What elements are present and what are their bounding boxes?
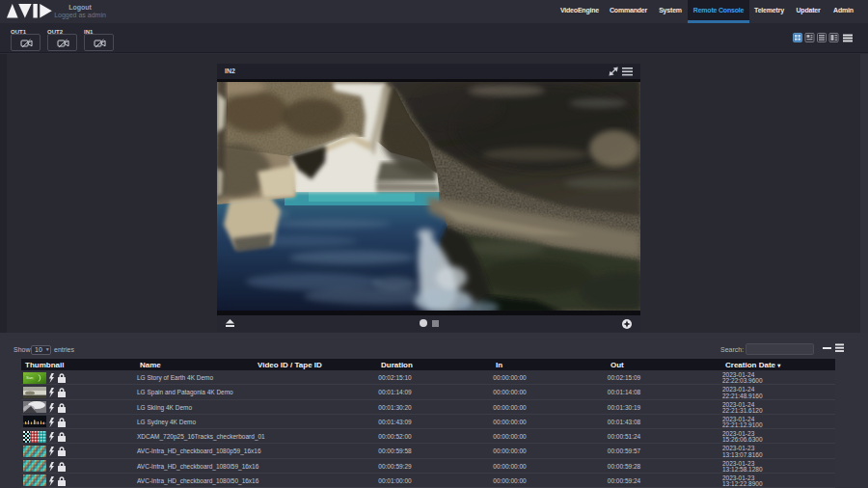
svg-text:Sun: Sun [26,375,33,380]
